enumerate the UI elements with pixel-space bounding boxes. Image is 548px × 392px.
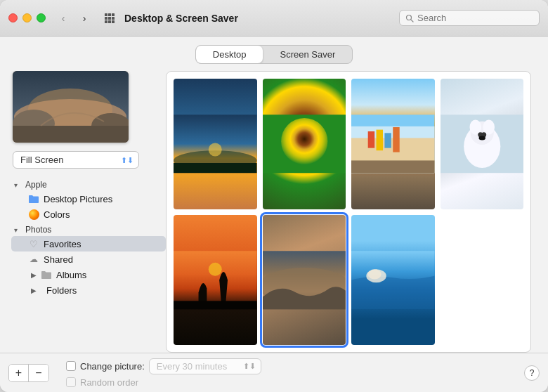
svg-rect-27 [377, 130, 383, 151]
albums-folder-icon [41, 269, 52, 280]
change-picture-row: Change picture: Every 30 minutes ⬆⬇ [66, 358, 261, 374]
help-button[interactable]: ? [524, 365, 540, 381]
sidebar-tree: ▾ Apple Desktop Pictures [11, 178, 166, 353]
photo-grid-container [166, 71, 531, 353]
cloud-icon: ☁ [28, 254, 39, 265]
random-order-label: Random order [80, 377, 138, 388]
svg-rect-40 [174, 301, 257, 309]
photo-colorful[interactable] [351, 79, 435, 209]
tab-desktop[interactable]: Desktop [196, 46, 263, 63]
interval-wrapper: Every 30 minutes ⬆⬇ [149, 358, 261, 374]
left-panel: Fill Screen Stretch to Fill Screen Cente… [11, 71, 166, 353]
change-picture-checkbox[interactable] [66, 361, 76, 371]
segment-row: Desktop Screen Saver [0, 37, 548, 71]
change-picture-label: Change picture: [80, 361, 145, 372]
folders-label: Folders [46, 285, 77, 296]
close-button[interactable] [8, 13, 18, 22]
photo-silhouette[interactable] [174, 215, 257, 346]
photo-sunset[interactable] [174, 79, 257, 209]
grid-icon[interactable] [100, 9, 119, 27]
svg-point-22 [281, 118, 327, 164]
window-title: Desktop & Screen Saver [124, 13, 399, 24]
help-section: ? [524, 365, 540, 381]
preview-image [13, 71, 129, 143]
svg-point-46 [368, 269, 381, 279]
fill-screen-select[interactable]: Fill Screen Stretch to Fill Screen Cente… [13, 151, 139, 169]
svg-point-41 [209, 262, 222, 275]
sidebar-item-folders[interactable]: ▶ Folders [11, 282, 166, 298]
segment-control: Desktop Screen Saver [195, 45, 353, 64]
svg-line-10 [411, 19, 413, 21]
random-order-checkbox [66, 377, 76, 387]
tree-section-photos: ▾ Photos ♡ Favorites ☁ Shared ▶ [11, 223, 166, 298]
minimize-button[interactable] [22, 13, 32, 22]
photo-grid [174, 79, 523, 345]
change-picture-section: Change picture: Every 30 minutes ⬆⬇ Rand… [66, 358, 261, 388]
photos-section-header[interactable]: ▾ Photos [11, 223, 166, 236]
albums-label: Albums [56, 270, 86, 280]
forward-button[interactable]: › [75, 9, 93, 27]
search-input[interactable] [417, 13, 530, 23]
back-button[interactable]: ‹ [54, 9, 72, 27]
sidebar-item-desktop-pictures[interactable]: Desktop Pictures [11, 191, 166, 207]
sidebar-item-colors[interactable]: Colors [11, 207, 166, 222]
svg-rect-28 [384, 133, 391, 148]
photo-polar-bear[interactable] [441, 79, 524, 209]
apple-section-header[interactable]: ▾ Apple [11, 178, 166, 191]
desktop-pictures-label: Desktop Pictures [44, 194, 112, 204]
remove-button[interactable]: − [29, 365, 48, 381]
svg-rect-6 [105, 20, 107, 23]
interval-select: Every 30 minutes [149, 358, 261, 374]
svg-rect-39 [174, 251, 257, 309]
svg-rect-0 [105, 13, 107, 16]
apple-label: Apple [25, 180, 47, 190]
apple-chevron-icon: ▾ [14, 181, 22, 189]
svg-rect-5 [112, 17, 115, 20]
albums-chevron-icon: ▶ [28, 269, 39, 280]
heart-icon: ♡ [28, 238, 39, 249]
fill-screen-dropdown-row: Fill Screen Stretch to Fill Screen Cente… [11, 151, 166, 169]
svg-rect-26 [368, 131, 374, 148]
sidebar-item-albums[interactable]: ▶ Albums [11, 267, 166, 282]
random-order-row: Random order [66, 377, 261, 388]
svg-rect-19 [174, 163, 257, 173]
main-window: ‹ › Desktop & Screen Saver [0, 0, 548, 392]
right-panel [166, 71, 540, 353]
svg-point-38 [478, 136, 485, 140]
bottom-bar: + − Change picture: Every 30 minutes ⬆⬇ … [0, 353, 548, 392]
traffic-lights [8, 13, 46, 22]
add-button[interactable]: + [9, 365, 29, 381]
search-icon [405, 14, 414, 22]
sidebar-item-shared[interactable]: ☁ Shared [11, 251, 166, 267]
svg-point-20 [209, 143, 222, 157]
add-remove-buttons: + − [8, 364, 49, 382]
photos-label: Photos [25, 225, 51, 235]
tab-screen-saver[interactable]: Screen Saver [263, 46, 352, 63]
fill-screen-wrapper: Fill Screen Stretch to Fill Screen Cente… [13, 151, 139, 169]
folders-chevron-icon: ▶ [28, 285, 39, 296]
photos-chevron-icon: ▾ [14, 226, 22, 234]
svg-rect-30 [351, 160, 435, 173]
shared-label: Shared [44, 254, 73, 265]
preview-area [13, 71, 129, 143]
svg-rect-16 [13, 126, 129, 143]
titlebar: ‹ › Desktop & Screen Saver [0, 0, 548, 37]
svg-rect-4 [108, 17, 111, 20]
folder-icon [28, 193, 39, 204]
svg-rect-2 [112, 13, 115, 16]
svg-rect-1 [108, 13, 111, 16]
photo-sunflower[interactable] [263, 79, 346, 209]
colors-label: Colors [44, 209, 70, 220]
nav-buttons: ‹ › [54, 9, 93, 27]
svg-rect-3 [105, 17, 107, 20]
sidebar-item-favorites[interactable]: ♡ Favorites [11, 236, 166, 251]
search-box[interactable] [399, 10, 540, 26]
maximize-button[interactable] [37, 13, 46, 22]
svg-rect-8 [112, 20, 115, 23]
photo-mediterranean[interactable] [351, 215, 435, 346]
tree-section-apple: ▾ Apple Desktop Pictures [11, 178, 166, 222]
photo-desert-selected[interactable] [263, 215, 346, 346]
colors-sphere-icon [28, 209, 39, 220]
svg-rect-7 [108, 20, 111, 23]
svg-rect-29 [393, 127, 399, 152]
